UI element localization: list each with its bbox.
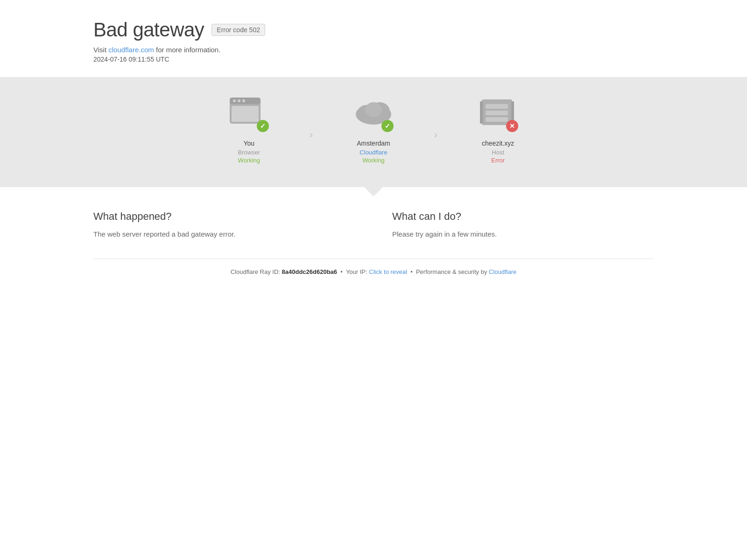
node-you-name: You: [244, 140, 255, 147]
node-host-name: cheezit.xyz: [482, 140, 514, 147]
node-cloudflare-status: Working: [362, 157, 384, 164]
node-cloudflare-type[interactable]: Cloudflare: [359, 149, 387, 156]
svg-point-3: [233, 99, 236, 102]
ray-id-label: Cloudflare Ray ID:: [231, 268, 282, 275]
node-cloudflare-name: Amsterdam: [357, 140, 390, 147]
icon-section: ✓ You Browser Working › ✓ Amsterdam Clou…: [0, 77, 747, 187]
what-happened-col: What happened? The web server reported a…: [93, 210, 355, 240]
svg-point-4: [238, 99, 240, 102]
two-col: What happened? The web server reported a…: [93, 210, 654, 240]
ip-label: Your IP:: [346, 268, 369, 275]
arrow-1: ›: [310, 96, 313, 164]
what-can-i-do-title: What can I do?: [392, 210, 654, 223]
server-status-dot: ✕: [506, 120, 518, 132]
node-you-status: Working: [238, 157, 260, 164]
node-host-status: Error: [491, 157, 505, 164]
node-you-type: Browser: [238, 149, 260, 156]
svg-rect-13: [486, 117, 508, 122]
bullet-1: •: [340, 268, 343, 275]
svg-rect-11: [486, 104, 508, 109]
divider: [93, 259, 654, 259]
page-title: Bad gateway: [93, 19, 204, 41]
svg-rect-14: [480, 101, 483, 124]
content-section: What happened? The web server reported a…: [0, 187, 747, 299]
node-cloudflare: ✓ Amsterdam Cloudflare Working: [313, 96, 434, 164]
cloudflare-footer-link[interactable]: Cloudflare: [489, 268, 516, 275]
cloud-icon: ✓: [352, 96, 395, 133]
node-host-type: Host: [492, 149, 504, 156]
what-happened-body: The web server reported a bad gateway er…: [93, 229, 355, 240]
perf-label: Performance & security by: [416, 268, 489, 275]
svg-rect-2: [232, 106, 259, 122]
svg-point-9: [365, 102, 382, 117]
top-section: Bad gateway Error code 502 Visit cloudfl…: [0, 0, 747, 77]
click-to-reveal-link[interactable]: Click to reveal: [369, 268, 407, 275]
error-badge: Error code 502: [211, 24, 265, 36]
svg-rect-12: [486, 111, 508, 115]
visit-text: Visit cloudflare.com for more informatio…: [93, 46, 747, 54]
cloudflare-link[interactable]: cloudflare.com: [108, 46, 154, 54]
what-can-i-do-col: What can I do? Please try again in a few…: [392, 210, 654, 240]
browser-status-dot: ✓: [257, 120, 269, 132]
node-host: ✕ cheezit.xyz Host Error: [437, 96, 559, 164]
icon-section-wrapper: ✓ You Browser Working › ✓ Amsterdam Clou…: [0, 77, 747, 187]
title-row: Bad gateway Error code 502: [93, 19, 747, 41]
ray-id-value: 8a40ddc26d620ba6: [282, 268, 338, 275]
what-happened-title: What happened?: [93, 210, 355, 223]
arrow-2: ›: [434, 96, 437, 164]
cloud-status-dot: ✓: [381, 120, 394, 132]
bullet-2: •: [410, 268, 413, 275]
svg-point-5: [242, 99, 245, 102]
timestamp: 2024-07-16 09:11:55 UTC: [93, 56, 747, 63]
server-icon: ✕: [477, 96, 519, 133]
browser-icon: ✓: [228, 96, 270, 133]
node-you: ✓ You Browser Working: [188, 96, 310, 164]
footer-text: Cloudflare Ray ID: 8a40ddc26d620ba6 • Yo…: [93, 268, 654, 275]
bottom-arrow: [364, 187, 383, 196]
what-can-i-do-body: Please try again in a few minutes.: [392, 229, 654, 240]
